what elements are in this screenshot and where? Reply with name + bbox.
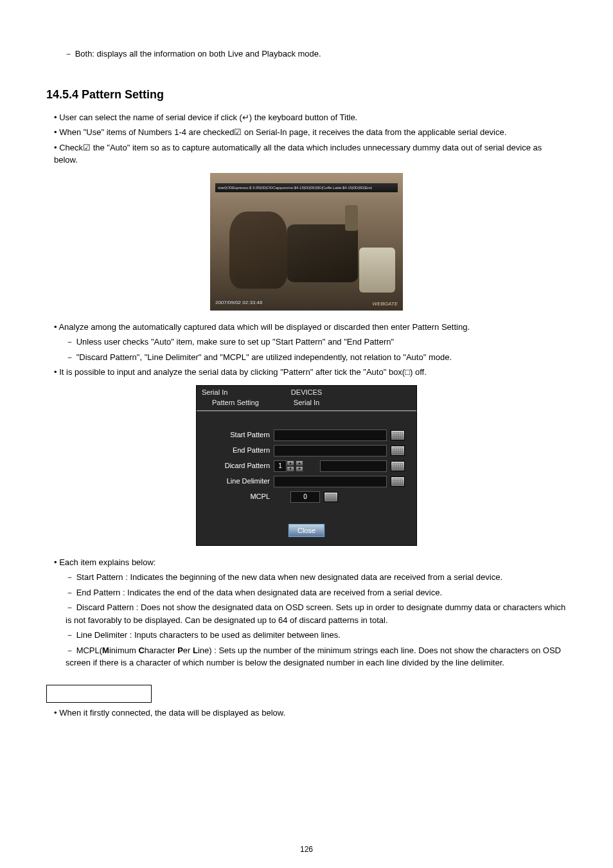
dash-discard-pattern: － Discard Pattern : Does not show the de…	[66, 601, 567, 626]
bullet-each-item: • Each item explains below:	[54, 556, 567, 569]
dash-discard-pattern-text: Discard Pattern : Does not show the desi…	[66, 602, 565, 625]
keyboard-icon[interactable]	[324, 492, 338, 502]
dialog-tabbar: Serial In DEVICES Pattern Setting Serial…	[197, 386, 416, 411]
bullet-first-connected: • When it firstly connected, the data wi…	[54, 707, 567, 719]
dash-unless-auto-text: Unless user checks "Auto" item, make sur…	[76, 337, 394, 347]
spin-down-icon[interactable]: ▼	[287, 466, 294, 472]
close-button[interactable]: Close	[288, 523, 325, 538]
heading-pattern-setting: 14.5.4 Pattern Setting	[46, 86, 567, 104]
label-mcpl: MCPL	[208, 491, 270, 502]
example-placeholder-box	[46, 685, 152, 703]
dash-line-delimiter-text: Line Delimiter : Inputs characters to be…	[76, 630, 341, 640]
mcpl-t3: er	[183, 646, 193, 655]
keyboard-icon[interactable]	[391, 476, 405, 487]
spin-discard-index-value: 1	[274, 460, 287, 472]
bullet-select-name: • User can select the name of serial dev…	[54, 111, 567, 124]
bullet-each-item-text: Each item explains below:	[59, 557, 155, 567]
dash-mcpl-prefix: MCPL(	[76, 646, 102, 655]
keyboard-icon[interactable]	[391, 430, 405, 440]
input-line-delimiter[interactable]	[274, 476, 387, 487]
input-start-pattern[interactable]	[274, 429, 387, 441]
bullet-input-analyze-text: It is possible to input and analyze the …	[59, 367, 427, 377]
spin-discard-index[interactable]: 1 ▲▼	[274, 460, 294, 472]
mcpl-b-m: M	[102, 646, 109, 655]
label-start-pattern: Start Pattern	[208, 429, 270, 440]
bullet-select-name-text: User can select the name of serial devic…	[59, 113, 357, 122]
dash-start-pattern: － Start Pattern : Indicates the beginnin…	[66, 571, 567, 584]
text-both-mode-content: Both: displays all the information on bo…	[75, 49, 321, 59]
bullet-check-auto-text: Check☑ the "Auto" item so as to capture …	[54, 143, 542, 165]
label-line-delimiter: Line Delimiter	[208, 476, 270, 487]
osd-timestamp: 2007/09/02 02:33:48	[215, 299, 262, 307]
dash-line-delimiter: － Line Delimiter : Inputs characters to …	[66, 629, 567, 642]
input-discard-pattern[interactable]	[320, 460, 387, 472]
bullet-first-connected-text: When it firstly connected, the data will…	[59, 708, 285, 718]
bullet-check-auto: • Check☑ the "Auto" item so as to captur…	[54, 141, 567, 167]
tab-pattern-setting[interactable]: Pattern Setting	[212, 397, 259, 408]
page-number: 126	[0, 844, 613, 855]
tab-serial-in-sub[interactable]: Serial In	[294, 397, 319, 408]
dash-unless-auto: － Unless user checks "Auto" item, make s…	[66, 336, 567, 348]
pattern-setting-dialog: Serial In DEVICES Pattern Setting Serial…	[196, 385, 417, 546]
bullet-analyze-text: Analyze among the automatically captured…	[58, 322, 470, 332]
tab-serial-in-top[interactable]: Serial In	[202, 387, 227, 398]
spin-up-icon[interactable]: ▲	[296, 460, 303, 466]
keyboard-icon[interactable]	[391, 461, 405, 471]
label-end-pattern: End Pattern	[208, 445, 270, 456]
dash-mcpl: － MCPL(Minimum Character Per Line) : Set…	[66, 644, 567, 669]
input-end-pattern[interactable]	[274, 445, 387, 457]
input-mcpl[interactable]: 0	[290, 491, 320, 503]
dash-start-pattern-text: Start Pattern : Indicates the beginning …	[76, 572, 502, 582]
bullet-use-items-text: When "Use" items of Numbers 1-4 are chec…	[59, 127, 506, 137]
label-discard-pattern: Dicard Pattern	[208, 460, 270, 471]
osd-logo: WEBGATE	[373, 300, 398, 308]
dash-discard-mcpl: － "Discard Pattern", "Line Delimiter" an…	[66, 351, 567, 364]
mcpl-t2: haracter	[145, 646, 177, 655]
spin-down-icon[interactable]: ▼	[296, 466, 303, 472]
bullet-analyze: • Analyze among the automatically captur…	[54, 321, 567, 334]
osd-overlay-text: start|ODEspresso:$ 3.05|0D|ODCappuccino:…	[215, 183, 398, 192]
dash-end-pattern: － End Pattern : Indicates the end of the…	[66, 586, 567, 599]
mcpl-t1: inimum	[109, 646, 139, 655]
serial-overlay-photo: start|ODEspresso:$ 3.05|0D|ODCappuccino:…	[210, 173, 403, 311]
mcpl-b-l: L	[193, 646, 198, 655]
dialog-body: Start Pattern End Pattern Dicard Pattern…	[197, 411, 416, 514]
dash-discard-mcpl-text: "Discard Pattern", "Line Delimiter" and …	[76, 352, 452, 362]
mcpl-b-c: C	[138, 646, 144, 655]
spin-discard-selector[interactable]: ▲▼	[296, 460, 316, 472]
bullet-use-items: • When "Use" items of Numbers 1-4 are ch…	[54, 126, 567, 139]
text-both-mode: － Both: displays all the information on …	[64, 48, 567, 60]
tab-devices[interactable]: DEVICES	[291, 387, 322, 398]
keyboard-icon[interactable]	[391, 446, 405, 456]
mcpl-b-p: P	[177, 646, 183, 655]
spin-up-icon[interactable]: ▲	[287, 460, 294, 466]
dash-end-pattern-text: End Pattern : Indicates the end of the d…	[76, 588, 442, 597]
bullet-input-analyze: • It is possible to input and analyze th…	[54, 366, 567, 379]
